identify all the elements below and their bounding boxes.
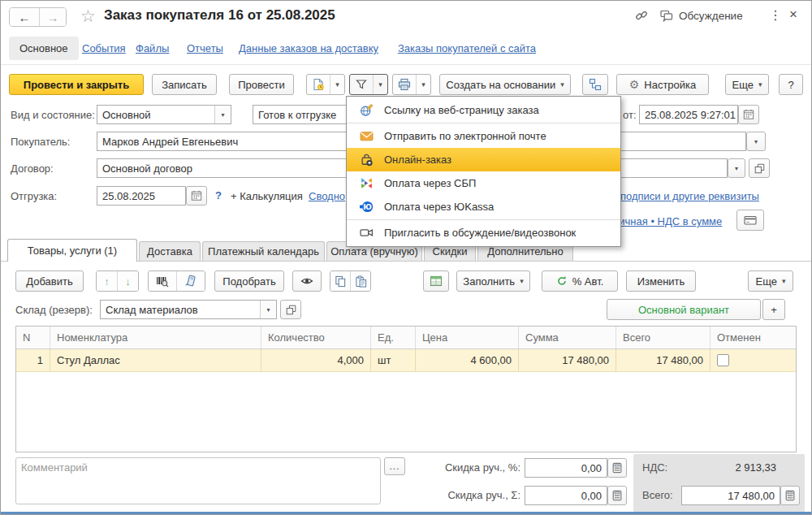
edit-button[interactable]: Изменить: [626, 270, 696, 292]
tab-goods-services[interactable]: Товары, услуги (1): [7, 239, 137, 262]
move-down-button[interactable]: ↓: [118, 271, 138, 291]
menu-item-send-email[interactable]: Отправить по электронной почте: [347, 124, 620, 148]
funnel-icon: [355, 78, 368, 91]
col-header-price[interactable]: Цена: [416, 327, 519, 348]
menu-item-web-link[interactable]: Ссылку на веб-страницу заказа: [347, 98, 620, 122]
gear-icon: ⚙: [629, 79, 640, 90]
help-button[interactable]: ?: [779, 74, 803, 95]
subordination-structure-button[interactable]: [582, 74, 608, 95]
chevron-down-icon[interactable]: ▾: [260, 301, 276, 318]
add-row-button[interactable]: Добавить: [15, 270, 84, 292]
shipment-calendar-button[interactable]: [186, 186, 207, 206]
discount-sum-field[interactable]: 0,00: [525, 486, 607, 505]
customer-dropdown-button[interactable]: ▾: [746, 132, 766, 151]
shipment-date-field[interactable]: 25.08.2025: [97, 186, 186, 206]
back-button[interactable]: ←: [10, 8, 40, 26]
discussion-button[interactable]: Обсуждение: [660, 9, 743, 22]
paste-rows-button[interactable]: [351, 271, 370, 291]
fill-button[interactable]: Заполнить ▾: [456, 270, 530, 292]
discount-pct-calc-button[interactable]: [607, 458, 627, 478]
settings-button[interactable]: ⚙ Настройка: [616, 74, 709, 95]
calculation-label[interactable]: + Калькуляция: [231, 190, 303, 202]
post-and-close-button[interactable]: Провести и закрыть: [9, 74, 144, 95]
data-terminal-button[interactable]: [177, 271, 205, 291]
nav-tab-site-orders[interactable]: Заказы покупателей с сайта: [398, 42, 536, 54]
menu-item-invite-video-call[interactable]: Пригласить в обсуждение/видеозвонок: [347, 221, 620, 245]
col-header-unit[interactable]: Ед.: [371, 327, 416, 348]
nav-tab-delivery-orders[interactable]: Данные заказов на доставку: [239, 42, 378, 54]
summary-link[interactable]: Сводно: [309, 190, 345, 202]
warehouse-open-button[interactable]: [280, 300, 301, 319]
total-calc-button[interactable]: [780, 486, 800, 505]
discount-sum-calc-button[interactable]: [607, 486, 627, 505]
col-header-n[interactable]: N: [16, 327, 50, 348]
variant-button[interactable]: Основной вариант: [607, 299, 761, 320]
kebab-menu-button[interactable]: ⋮: [769, 7, 782, 23]
date-from-label: от:: [623, 109, 637, 121]
bank-card-icon: [744, 214, 757, 227]
move-up-button[interactable]: ↑: [97, 271, 118, 291]
col-header-total[interactable]: Всего: [616, 327, 710, 348]
comment-expand-button[interactable]: ...: [384, 457, 405, 475]
col-header-nomenclature[interactable]: Номенклатура: [50, 327, 261, 348]
cell-n: 1: [16, 349, 50, 371]
tab-payment-calendar[interactable]: Платежный календарь: [202, 241, 325, 261]
contract-dropdown-button[interactable]: ▾: [728, 158, 745, 178]
table-more-button[interactable]: Еще ▾: [748, 270, 793, 292]
copy-link-button[interactable]: [635, 9, 648, 22]
col-header-sum[interactable]: Сумма: [519, 327, 616, 348]
comment-input[interactable]: [15, 457, 381, 504]
menu-item-label: Пригласить в обсуждение/видеозвонок: [384, 227, 576, 239]
discount-pct-field[interactable]: 0,00: [525, 458, 607, 478]
col-header-cancelled[interactable]: Отменен: [710, 327, 796, 348]
printer-icon: [398, 78, 411, 91]
warehouse-combobox[interactable]: Склад материалов ▾: [100, 300, 277, 319]
auto-discount-button[interactable]: % Авт.: [542, 270, 618, 292]
scan-barcode-button[interactable]: [149, 271, 177, 291]
table-row[interactable]: 1 Стул Даллас 4,000 шт 4 600,00 17 480,0…: [16, 349, 796, 372]
pick-items-button[interactable]: Подобрать: [214, 270, 284, 292]
tab-delivery[interactable]: Доставка: [139, 241, 201, 261]
favorite-star-icon[interactable]: ☆: [80, 7, 96, 24]
forward-button[interactable]: →: [40, 8, 66, 26]
order-datetime-field[interactable]: 25.08.2025 9:27:01: [639, 105, 738, 124]
nav-tab-events[interactable]: События: [82, 42, 126, 54]
paste-icon: [355, 275, 367, 288]
post-button[interactable]: Провести: [229, 74, 294, 95]
menu-item-online-order[interactable]: Онлайн-заказ: [347, 148, 620, 171]
nav-tab-main[interactable]: Основное: [9, 37, 79, 60]
tab-label: Скидки: [433, 245, 468, 258]
menu-item-pay-sbp[interactable]: Оплата через СБП: [347, 171, 620, 195]
col-header-qty[interactable]: Количество: [261, 327, 371, 348]
menu-item-label: Ссылку на веб-страницу заказа: [384, 104, 539, 116]
print-split-button[interactable]: ▾: [392, 74, 431, 95]
copy-rows-button[interactable]: [330, 271, 351, 291]
create-based-on-button[interactable]: Создать на основании ▾: [439, 74, 571, 95]
nav-tab-files[interactable]: Файлы: [136, 42, 169, 54]
payment-card-button[interactable]: [736, 210, 764, 231]
fill-table-button[interactable]: [423, 270, 449, 292]
nav-tab-reports[interactable]: Отчеты: [187, 42, 223, 54]
menu-item-pay-yookassa[interactable]: Ю Оплата через ЮKassa: [347, 195, 620, 219]
view-button[interactable]: [292, 270, 322, 292]
add-variant-button[interactable]: +: [762, 299, 785, 320]
more-button[interactable]: Еще ▾: [725, 74, 769, 95]
datetime-calendar-button[interactable]: [738, 105, 759, 124]
shipment-help-icon[interactable]: ?: [215, 189, 222, 201]
cancelled-checkbox[interactable]: [717, 354, 729, 366]
page-title: Заказ покупателя 16 от 25.08.2025: [104, 7, 335, 24]
chevron-down-icon[interactable]: ▾: [214, 106, 231, 123]
create-document-split-button[interactable]: ▾: [306, 74, 345, 95]
calculator-icon: [784, 490, 796, 501]
barcode-group: [148, 270, 205, 292]
total-field[interactable]: 17 480,00: [681, 486, 780, 505]
vat-label: НДС:: [642, 461, 667, 474]
requisites-link[interactable]: подписи и другие реквизиты: [620, 190, 759, 202]
contract-open-button[interactable]: [749, 158, 770, 178]
close-button[interactable]: ×: [789, 6, 797, 23]
terminal-device-icon: [184, 275, 197, 288]
write-button[interactable]: Записать: [152, 74, 217, 95]
send-split-button[interactable]: ▾: [349, 74, 388, 95]
clipboard-group: [330, 270, 371, 292]
order-kind-combobox[interactable]: Основной ▾: [97, 105, 231, 124]
